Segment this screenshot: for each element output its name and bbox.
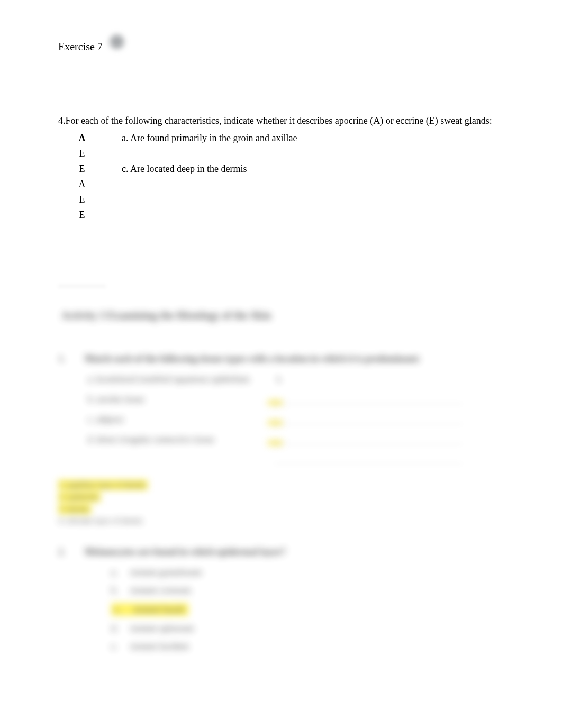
- choice-letter: b.: [111, 585, 120, 596]
- answer-grid: A a. Are found primarily in the groin an…: [58, 133, 504, 221]
- choice-text: stratum lucidum: [130, 641, 189, 652]
- choice-text: stratum granulosum: [130, 567, 202, 578]
- table-row: A: [58, 179, 504, 190]
- choice-text: stratum basale: [133, 604, 185, 615]
- table-row: E: [58, 148, 504, 159]
- option-label: a. keratinized stratified squamous epith…: [88, 374, 249, 385]
- answer-number: 1.: [276, 374, 292, 385]
- choice-letter: a.: [111, 567, 120, 578]
- mc-choice-list: a. stratum granulosum b. stratum corneum…: [111, 567, 504, 652]
- divider: [58, 284, 106, 288]
- page-title: Exercise 7: [58, 41, 103, 53]
- answer-blank: [273, 395, 464, 404]
- option-label: b. areolar tissue: [88, 394, 247, 405]
- document-header: Exercise 7: [58, 32, 504, 61]
- list-item: b. stratum corneum: [111, 585, 504, 596]
- list-item: [88, 454, 504, 464]
- blurred-question-1: 1. Match each of the following tissue ty…: [58, 353, 504, 365]
- blurred-question-2: 2. Melanocytes are found in which epider…: [58, 547, 504, 558]
- locked-content: Activity 3 Examining the Histology of th…: [58, 310, 504, 652]
- highlighted-text: 1. papillary layer of dermis: [58, 480, 148, 490]
- row-description: c. Are located deep in the dermis: [106, 163, 504, 175]
- choice-text: stratum corneum: [130, 585, 191, 596]
- answer-letter: E: [58, 194, 106, 205]
- blurred-q1-options: a. keratinized stratified squamous epith…: [88, 374, 504, 464]
- note-line: 1. papillary layer of dermis: [58, 480, 504, 490]
- list-item: a. stratum granulosum: [111, 567, 504, 578]
- choice-letter: c.: [114, 604, 123, 615]
- choice-text: stratum spinosum: [130, 623, 194, 634]
- question-number: 1.: [58, 353, 85, 365]
- answer-letter: E: [58, 210, 106, 221]
- answer-letter: E: [58, 148, 106, 159]
- list-item: a. keratinized stratified squamous epith…: [88, 374, 504, 385]
- question-4-prompt: 4.For each of the following characterist…: [58, 114, 504, 128]
- answer-blank: [273, 435, 464, 444]
- table-row: A a. Are found primarily in the groin an…: [58, 133, 504, 144]
- answer-letter: E: [58, 163, 106, 175]
- question-4: 4.For each of the following characterist…: [58, 114, 504, 221]
- list-item: b. areolar tissue: [88, 394, 504, 405]
- highlighted-text: 3. dermis: [58, 504, 91, 514]
- note-line: 4. reticular layer of dermis: [58, 516, 504, 525]
- question-text: Match each of the following tissue types…: [85, 353, 504, 365]
- list-item: e. stratum lucidum: [111, 641, 504, 652]
- row-description: a. Are found primarily in the groin and …: [106, 133, 504, 144]
- list-item: d. stratum spinosum: [111, 623, 504, 634]
- table-row: E c. Are located deep in the dermis: [58, 163, 504, 175]
- highlighted-text: 2. epidermis: [58, 492, 101, 502]
- question-number: 2.: [58, 547, 85, 558]
- note-line: 2. epidermis: [58, 492, 504, 502]
- list-item: d. dense irregular connective tissue: [88, 434, 504, 445]
- answer-letter: A: [58, 133, 106, 144]
- answer-blank: [273, 454, 464, 464]
- note-line: 3. dermis: [58, 504, 504, 514]
- answer-letter: A: [58, 179, 106, 190]
- obscured-mark-icon: [107, 32, 127, 52]
- question-text: Melanocytes are found in which epidermal…: [85, 547, 504, 558]
- table-row: E: [58, 194, 504, 205]
- activity-heading: Activity 3 Examining the Histology of th…: [61, 310, 504, 322]
- list-item: c. stratum basale: [111, 603, 504, 616]
- blurred-notes: 1. papillary layer of dermis 2. epidermi…: [58, 480, 504, 525]
- table-row: E: [58, 210, 504, 221]
- choice-letter: d.: [111, 623, 120, 634]
- option-label: d. dense irregular connective tissue: [88, 434, 247, 445]
- choice-letter: e.: [111, 641, 120, 652]
- highlighted-choice: c. stratum basale: [111, 603, 188, 616]
- answer-blank: [273, 415, 464, 424]
- option-label: c. adipose: [88, 414, 247, 425]
- list-item: c. adipose: [88, 414, 504, 425]
